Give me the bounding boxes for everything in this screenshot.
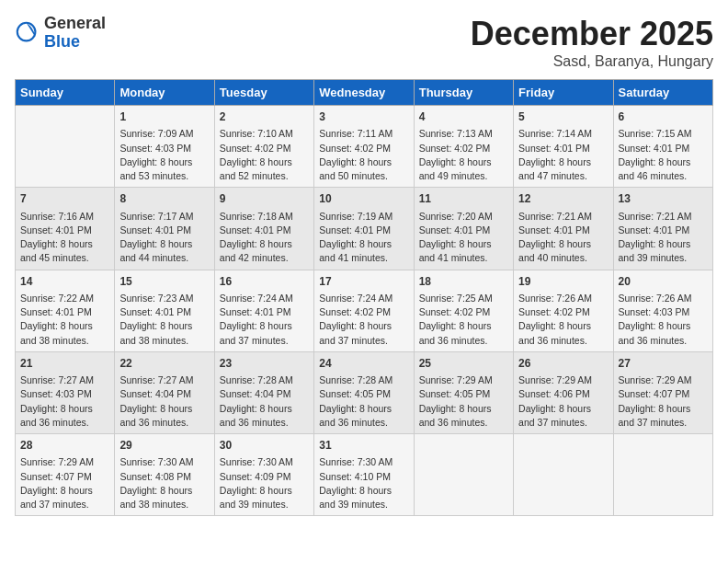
daylight-text: Daylight: 8 hours and 46 minutes. [619, 156, 691, 181]
sunset-text: Sunset: 4:03 PM [619, 306, 690, 317]
sunset-text: Sunset: 4:04 PM [119, 388, 191, 399]
day-number: 24 [319, 356, 408, 372]
daylight-text: Daylight: 8 hours and 36 minutes. [119, 403, 192, 428]
calendar-day-cell: 8Sunrise: 7:17 AMSunset: 4:01 PMDaylight… [115, 188, 214, 270]
daylight-text: Daylight: 8 hours and 37 minutes. [319, 320, 392, 345]
calendar-day-cell: 20Sunrise: 7:26 AMSunset: 4:03 PMDayligh… [613, 270, 712, 351]
weekday-header: Sunday [16, 80, 115, 106]
calendar-title: December 2025 [471, 15, 713, 53]
calendar-day-cell: 7Sunrise: 7:16 AMSunset: 4:01 PMDaylight… [16, 188, 115, 270]
day-number: 26 [518, 356, 608, 372]
calendar-day-cell: 14Sunrise: 7:22 AMSunset: 4:01 PMDayligh… [16, 270, 115, 351]
calendar-day-cell: 28Sunrise: 7:29 AMSunset: 4:07 PMDayligh… [16, 434, 115, 516]
day-number: 5 [518, 109, 608, 125]
weekday-header-row: SundayMondayTuesdayWednesdayThursdayFrid… [16, 80, 713, 106]
calendar-week-row: 1Sunrise: 7:09 AMSunset: 4:03 PMDaylight… [16, 106, 713, 188]
calendar-day-cell: 17Sunrise: 7:24 AMSunset: 4:02 PMDayligh… [314, 270, 414, 351]
calendar-day-cell: 15Sunrise: 7:23 AMSunset: 4:01 PMDayligh… [115, 270, 214, 351]
sunrise-text: Sunrise: 7:15 AM [619, 128, 692, 139]
calendar-day-cell: 3Sunrise: 7:11 AMSunset: 4:02 PMDaylight… [314, 106, 414, 188]
daylight-text: Daylight: 8 hours and 36 minutes. [419, 320, 492, 345]
day-number: 3 [319, 109, 408, 125]
sunrise-text: Sunrise: 7:27 AM [20, 374, 94, 385]
sunset-text: Sunset: 4:01 PM [419, 224, 491, 236]
daylight-text: Daylight: 8 hours and 37 minutes. [619, 403, 691, 428]
daylight-text: Daylight: 8 hours and 40 minutes. [518, 238, 591, 263]
calendar-day-cell: 18Sunrise: 7:25 AMSunset: 4:02 PMDayligh… [414, 270, 513, 351]
logo: General Blue [15, 15, 106, 52]
day-number: 15 [119, 274, 209, 290]
sunrise-text: Sunrise: 7:28 AM [319, 374, 392, 385]
calendar-day-cell [514, 434, 613, 516]
calendar-day-cell [414, 434, 513, 516]
daylight-text: Daylight: 8 hours and 37 minutes. [20, 485, 93, 510]
sunset-text: Sunset: 4:01 PM [619, 143, 690, 154]
calendar-day-cell: 22Sunrise: 7:27 AMSunset: 4:04 PMDayligh… [115, 351, 214, 433]
sunset-text: Sunset: 4:08 PM [119, 471, 191, 482]
sunrise-text: Sunrise: 7:17 AM [119, 211, 193, 222]
sunrise-text: Sunrise: 7:21 AM [619, 211, 692, 222]
calendar-day-cell [16, 106, 115, 188]
calendar-day-cell: 1Sunrise: 7:09 AMSunset: 4:03 PMDaylight… [115, 106, 214, 188]
daylight-text: Daylight: 8 hours and 36 minutes. [619, 320, 691, 345]
sunrise-text: Sunrise: 7:30 AM [119, 456, 193, 467]
daylight-text: Daylight: 8 hours and 38 minutes. [20, 320, 93, 345]
daylight-text: Daylight: 8 hours and 44 minutes. [119, 238, 192, 263]
sunset-text: Sunset: 4:02 PM [518, 306, 590, 317]
sunrise-text: Sunrise: 7:28 AM [220, 374, 293, 385]
calendar-day-cell [613, 434, 712, 516]
calendar-day-cell: 16Sunrise: 7:24 AMSunset: 4:01 PMDayligh… [214, 270, 313, 351]
sunrise-text: Sunrise: 7:30 AM [220, 456, 293, 467]
sunrise-text: Sunrise: 7:29 AM [419, 374, 493, 385]
sunset-text: Sunset: 4:02 PM [319, 143, 391, 154]
calendar-table: SundayMondayTuesdayWednesdayThursdayFrid… [15, 79, 713, 516]
daylight-text: Daylight: 8 hours and 38 minutes. [119, 485, 192, 510]
day-number: 21 [20, 356, 109, 372]
daylight-text: Daylight: 8 hours and 50 minutes. [319, 156, 392, 181]
calendar-day-cell: 24Sunrise: 7:28 AMSunset: 4:05 PMDayligh… [314, 351, 414, 433]
calendar-week-row: 14Sunrise: 7:22 AMSunset: 4:01 PMDayligh… [16, 270, 713, 351]
sunrise-text: Sunrise: 7:21 AM [518, 211, 592, 222]
day-number: 16 [220, 274, 309, 290]
calendar-day-cell: 31Sunrise: 7:30 AMSunset: 4:10 PMDayligh… [314, 434, 414, 516]
daylight-text: Daylight: 8 hours and 47 minutes. [518, 156, 591, 181]
title-block: December 2025 Sasd, Baranya, Hungary [471, 15, 713, 70]
sunrise-text: Sunrise: 7:18 AM [220, 211, 293, 222]
sunrise-text: Sunrise: 7:24 AM [319, 293, 392, 304]
daylight-text: Daylight: 8 hours and 45 minutes. [20, 238, 93, 263]
daylight-text: Daylight: 8 hours and 38 minutes. [119, 320, 192, 345]
sunset-text: Sunset: 4:01 PM [518, 143, 590, 154]
sunrise-text: Sunrise: 7:23 AM [119, 293, 193, 304]
day-number: 9 [220, 191, 309, 207]
weekday-header: Wednesday [314, 80, 414, 106]
sunrise-text: Sunrise: 7:10 AM [220, 128, 293, 139]
sunset-text: Sunset: 4:07 PM [20, 471, 92, 482]
calendar-day-cell: 11Sunrise: 7:20 AMSunset: 4:01 PMDayligh… [414, 188, 513, 270]
calendar-day-cell: 21Sunrise: 7:27 AMSunset: 4:03 PMDayligh… [16, 351, 115, 433]
day-number: 2 [220, 109, 309, 125]
calendar-day-cell: 19Sunrise: 7:26 AMSunset: 4:02 PMDayligh… [514, 270, 613, 351]
day-number: 4 [419, 109, 508, 125]
calendar-week-row: 28Sunrise: 7:29 AMSunset: 4:07 PMDayligh… [16, 434, 713, 516]
calendar-day-cell: 4Sunrise: 7:13 AMSunset: 4:02 PMDaylight… [414, 106, 513, 188]
calendar-day-cell: 30Sunrise: 7:30 AMSunset: 4:09 PMDayligh… [214, 434, 313, 516]
daylight-text: Daylight: 8 hours and 39 minutes. [619, 238, 691, 263]
logo-icon [15, 20, 40, 46]
sunrise-text: Sunrise: 7:20 AM [419, 211, 493, 222]
day-number: 12 [518, 191, 608, 207]
weekday-header: Friday [514, 80, 613, 106]
sunset-text: Sunset: 4:01 PM [220, 306, 291, 317]
sunset-text: Sunset: 4:01 PM [518, 224, 590, 236]
day-number: 18 [419, 274, 508, 290]
page-header: General Blue December 2025 Sasd, Baranya… [15, 15, 713, 70]
calendar-day-cell: 26Sunrise: 7:29 AMSunset: 4:06 PMDayligh… [514, 351, 613, 433]
day-number: 10 [319, 191, 408, 207]
daylight-text: Daylight: 8 hours and 39 minutes. [319, 485, 392, 510]
sunset-text: Sunset: 4:05 PM [319, 388, 391, 399]
calendar-subtitle: Sasd, Baranya, Hungary [471, 53, 713, 70]
sunrise-text: Sunrise: 7:13 AM [419, 128, 493, 139]
sunrise-text: Sunrise: 7:26 AM [619, 293, 692, 304]
sunrise-text: Sunrise: 7:14 AM [518, 128, 592, 139]
daylight-text: Daylight: 8 hours and 49 minutes. [419, 156, 492, 181]
calendar-day-cell: 12Sunrise: 7:21 AMSunset: 4:01 PMDayligh… [514, 188, 613, 270]
